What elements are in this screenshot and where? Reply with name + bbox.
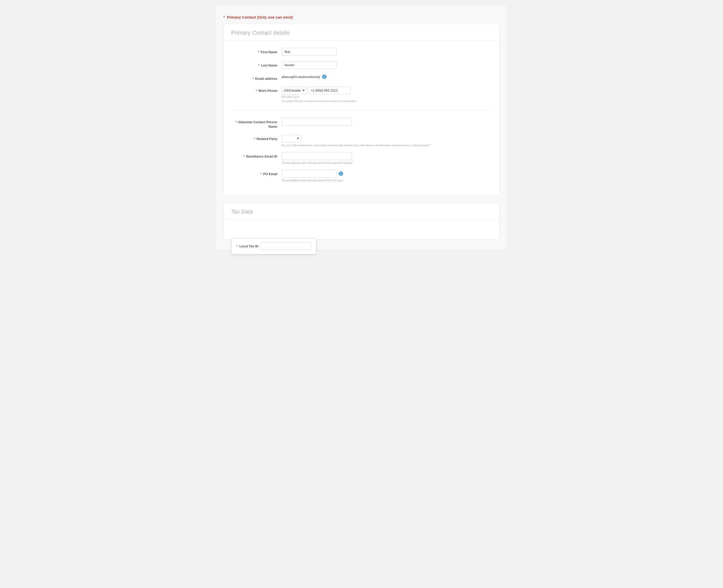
card-body: * First Name * Last Name — [224, 40, 499, 195]
po-email-label: * PO Email — [231, 170, 281, 176]
email-group: * Email address atlascsp01+testvendoronl… — [231, 75, 492, 81]
last-name-label: * Last Name — [231, 61, 281, 68]
po-email-wrapper: i "Email address who should receive the … — [281, 170, 492, 182]
atlassian-contact-label: * Atlassian Contact Person Name — [231, 118, 281, 129]
atlassian-contact-input[interactable] — [281, 118, 352, 126]
po-hint: "Email address who should receive the PO… — [281, 179, 492, 182]
work-phone-wrapper: US/Canada 650-555-1212 Complete Phone nu… — [281, 87, 492, 103]
phone-placeholder-hint: 650-555-1212 — [281, 95, 492, 98]
related-party-hint: Do you / the vendor has a less-than-arms… — [281, 144, 452, 147]
po-email-input[interactable] — [281, 170, 337, 177]
email-row: atlascsp01+testvendoronly i — [281, 75, 492, 79]
tax-data-card: Tax Data * Local Tax ID — [223, 203, 500, 239]
tax-section-header: Tax Data — [224, 203, 499, 219]
po-email-group: * PO Email i "Email address who should r… — [231, 170, 492, 182]
po-row: i — [281, 170, 492, 177]
last-name-input[interactable] — [281, 61, 337, 69]
phone-hint-text: Complete Phone number should not exceed … — [281, 100, 492, 103]
related-party-wrapper: Yes No Do you / the vendor has a less-th… — [281, 135, 492, 147]
related-party-select[interactable]: Yes No — [281, 135, 301, 143]
remittance-hint: "Email address who should receive the pa… — [281, 161, 492, 164]
section-title: * Primary Contact (Only one can exist) — [223, 15, 500, 19]
section-title-text: Primary Contact (Only one can exist) — [227, 15, 293, 19]
related-party-group: * Related Party Yes No Do you / the vend… — [231, 135, 492, 147]
card-header: Primary Contact details — [224, 24, 499, 40]
phone-row: US/Canada — [281, 87, 492, 94]
atlassian-contact-wrapper — [281, 118, 492, 126]
remittance-email-input[interactable] — [281, 152, 352, 160]
po-info-icon[interactable]: i — [339, 171, 343, 176]
first-name-group: * First Name — [231, 48, 492, 56]
remittance-email-wrapper: "Email address who should receive the pa… — [281, 152, 492, 164]
phone-number-input[interactable] — [308, 87, 351, 94]
atlassian-contact-group: * Atlassian Contact Person Name — [231, 118, 492, 129]
email-label: * Email address — [231, 75, 281, 81]
phone-country-select[interactable]: US/Canada — [281, 87, 306, 94]
last-name-wrapper — [281, 61, 492, 69]
first-name-input[interactable] — [281, 48, 337, 56]
work-phone-label: * Work Phone — [231, 87, 281, 93]
page-wrapper: * Primary Contact (Only one can exist) P… — [216, 5, 507, 250]
first-name-wrapper — [281, 48, 492, 56]
work-phone-group: * Work Phone US/Canada 650-555-1212 Comp… — [231, 87, 492, 103]
required-asterisk: * — [223, 15, 225, 19]
local-tax-label: * Local Tax ID — [237, 244, 258, 248]
primary-contact-card: Primary Contact details * First Name * L… — [223, 24, 500, 195]
last-name-group: * Last Name — [231, 61, 492, 69]
remittance-email-label: * Remittance Email ID — [231, 152, 281, 159]
email-value: atlascsp01+testvendoronly — [281, 75, 320, 79]
card-title: Primary Contact details — [231, 29, 492, 36]
related-party-label: * Related Party — [231, 135, 281, 141]
tax-section-title: Tax Data — [231, 208, 492, 215]
tax-card-body: * Local Tax ID — [224, 219, 499, 239]
remittance-email-group: * Remittance Email ID "Email address who… — [231, 152, 492, 164]
email-wrapper: atlascsp01+testvendoronly i — [281, 75, 492, 79]
local-tax-popup: * Local Tax ID — [231, 238, 316, 254]
divider-1 — [231, 110, 492, 110]
local-tax-input[interactable] — [261, 242, 311, 250]
first-name-label: * First Name — [231, 48, 281, 55]
email-info-icon[interactable]: i — [322, 75, 327, 79]
